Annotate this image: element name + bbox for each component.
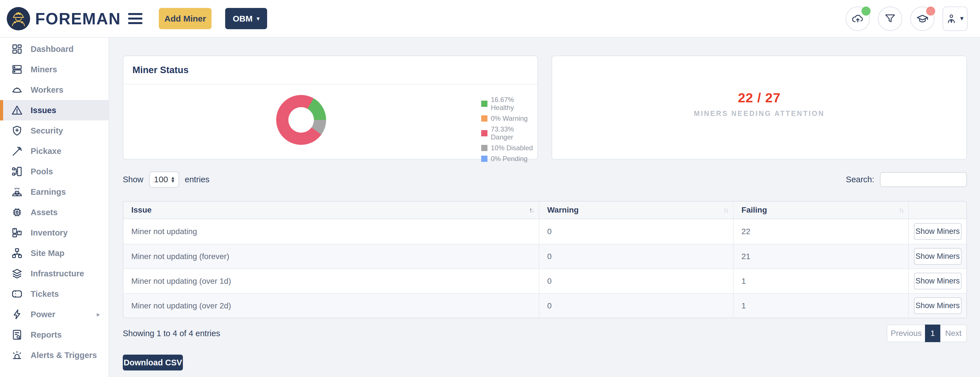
legend-swatch-disabled [481,145,487,151]
column-header-failing[interactable]: Failing ↑↓ [733,202,908,219]
legend-label: 0% Warning [491,115,528,122]
sidebar-item-label: Pools [30,167,53,176]
legend-swatch-warning [481,115,487,122]
miners-attention-value: 22 / 27 [738,90,781,105]
sidebar-item-pools[interactable]: Pools [0,161,108,182]
pagination-page-1-button[interactable]: 1 [925,325,940,342]
main-content: Miner Status 16.67% Healthy 0% Warning [109,38,980,377]
sidebar-item-issues[interactable]: Issues [0,100,108,121]
filter-button[interactable] [878,6,902,31]
failing-cell: 1 [733,269,908,293]
topbar-actions: ▼ [846,6,967,31]
sidebar-item-infrastructure[interactable]: Infrastructure [0,263,108,284]
sidebar-item-label: Miners [30,65,57,74]
legend-item-disabled[interactable]: 10% Disabled [481,144,537,152]
search-input[interactable] [880,172,967,187]
foreman-logo-icon [6,6,30,31]
warning-cell: 0 [539,219,733,244]
sidebar-item-label: Reports [30,330,62,340]
sidebar-item-label: Site Map [30,248,64,258]
table-footer: Showing 1 to 4 of 4 entries Previous 1 N… [123,325,967,342]
column-header-issue[interactable]: Issue ↑↓ [123,202,539,219]
learn-button[interactable] [910,6,935,31]
hamburger-menu-icon[interactable] [128,13,142,24]
issue-cell: Miner not updating (over 1d) [123,269,539,293]
top-bar: FOREMAN Add Miner OBM ▾ [0,0,980,38]
show-miners-button[interactable]: Show Miners [914,248,962,265]
alerts-icon [11,349,23,361]
entries-label: entries [185,175,210,184]
issue-cell: Miner not updating (over 2d) [123,293,539,318]
miner-status-donut [276,95,326,145]
show-entries-control: Show 100 ▴▾ entries [123,172,210,188]
sidebar-item-label: Security [30,126,63,135]
assets-icon [11,206,23,218]
notification-badge-red [926,6,935,16]
legend-swatch-danger [481,130,487,136]
sidebar-item-pickaxe[interactable]: Pickaxe [0,141,108,161]
table-row: Miner not updating (over 1d) 0 1 Show Mi… [123,269,966,293]
column-header-actions [908,202,966,219]
show-miners-button[interactable]: Show Miners [914,273,962,290]
sidebar-item-label: Workers [30,85,64,95]
miner-status-chart-area: 16.67% Healthy 0% Warning 73.33% Danger … [123,84,537,159]
sidebar-item-dashboard[interactable]: Dashboard [0,39,108,59]
chevron-down-icon: ▾ [257,16,260,22]
earnings-icon [11,186,23,198]
legend-item-warning[interactable]: 0% Warning [481,115,537,122]
page-size-select[interactable]: 100 ▴▾ [149,172,179,188]
sidebar-item-earnings[interactable]: Earnings [0,182,108,202]
sort-icon: ↑↓ [529,206,534,214]
legend-label: 0% Pending [491,155,527,163]
sidebar-item-assets[interactable]: Assets [0,202,108,223]
chevron-right-icon: ▸ [97,310,100,318]
column-header-warning[interactable]: Warning ↑↓ [539,202,733,219]
sidebar-item-site-map[interactable]: Site Map [0,243,108,263]
sidebar-item-reports[interactable]: Reports [0,325,108,345]
failing-cell: 1 [733,293,908,318]
brand: FOREMAN [6,6,121,31]
sidebar-item-label: Assets [30,208,57,217]
security-icon [11,124,23,137]
add-miner-button[interactable]: Add Miner [159,8,212,29]
show-miners-button[interactable]: Show Miners [914,297,962,314]
obm-dropdown-button[interactable]: OBM ▾ [225,8,267,29]
sidebar-item-workers[interactable]: Workers [0,80,108,100]
sidebar-item-alerts-triggers[interactable]: Alerts & Triggers [0,345,108,365]
sidebar: Dashboard Miners Workers Issues Security… [0,38,109,377]
filter-icon [884,12,897,25]
miner-status-card: Miner Status 16.67% Healthy 0% Warning [123,56,538,159]
sidebar-item-miners[interactable]: Miners [0,59,108,80]
failing-cell: 21 [733,244,908,269]
download-csv-button[interactable]: Download CSV [123,355,183,371]
legend-item-danger[interactable]: 73.33% Danger [481,125,537,141]
table-row: Miner not updating (over 2d) 0 1 Show Mi… [123,293,966,318]
legend-label: 73.33% Danger [491,125,537,141]
inventory-icon [11,226,23,239]
legend-item-pending[interactable]: 0% Pending [481,155,537,163]
miner-status-card-header: Miner Status [123,56,537,84]
table-row: Miner not updating (forever) 0 21 Show M… [123,244,966,269]
power-icon [11,308,23,321]
issue-cell: Miner not updating (forever) [123,244,539,269]
pickaxe-icon [11,145,23,157]
cloud-upload-button[interactable] [846,6,870,31]
show-miners-button[interactable]: Show Miners [914,223,962,240]
warning-cell: 0 [539,269,733,293]
sidebar-item-security[interactable]: Security [0,121,108,141]
pagination-next-button[interactable]: Next [940,325,967,342]
sidebar-item-tickets[interactable]: Tickets [0,284,108,304]
column-label: Failing [741,205,767,214]
miners-icon [11,63,23,76]
warning-cell: 0 [539,244,733,269]
user-menu-button[interactable]: ▼ [943,6,967,31]
miners-attention-label: MINERS NEEDING ATTENTION [694,110,825,118]
sidebar-item-power[interactable]: Power ▸ [0,304,108,325]
sidebar-item-label: Issues [30,106,56,115]
sort-icon: ↑↓ [899,206,903,214]
sidebar-item-inventory[interactable]: Inventory [0,223,108,243]
legend-item-healthy[interactable]: 16.67% Healthy [481,96,537,112]
page-size-value: 100 [154,175,168,184]
legend-swatch-healthy [481,101,487,107]
pagination-previous-button[interactable]: Previous [887,325,925,342]
